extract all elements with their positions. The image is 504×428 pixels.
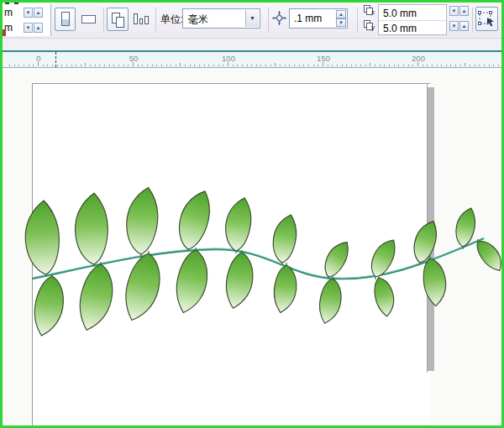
ruler-tick [18,65,19,66]
ruler-tick [493,65,494,66]
landscape-button[interactable] [77,10,100,29]
ruler-tick [194,65,195,66]
ruler-tick [489,65,490,66]
ruler-tick [380,65,381,66]
ruler-tick [138,65,139,66]
ruler-tick [233,65,234,66]
ruler-tick [337,65,338,66]
page-layout-button[interactable] [131,9,151,29]
vine-leaf [30,274,67,338]
ruler-tick [85,63,86,66]
ruler-tick [218,65,219,66]
duplicate-y-spin-down[interactable]: ▼ [449,21,459,31]
portrait-page-icon [61,12,70,26]
ruler-tick [90,65,91,66]
treat-as-filled-button[interactable] [475,7,498,31]
ruler-tick [76,65,76,66]
ruler-tick [365,65,366,66]
ruler-tick [251,65,252,66]
ruler-tick [308,65,309,66]
vine-illustration[interactable] [3,68,501,425]
ruler-tick [475,65,475,66]
portrait-button[interactable] [55,8,76,31]
ruler-tick [417,62,418,66]
nudge-field[interactable]: .1 mm ▲ ▼ [289,8,348,29]
landscape-page-icon [81,15,96,23]
nudge-spin-up[interactable]: ▲ [336,10,346,18]
vine-leaf [371,275,397,318]
ruler-label: 150 [317,54,330,63]
ruler-tick [180,63,181,66]
ruler-tick [423,65,423,66]
ruler-tick [123,65,124,66]
vine-leaf [75,193,108,265]
unit-dropdown[interactable]: 毫米 ▼ [182,8,260,29]
ruler-tick [52,65,53,66]
ruler-tick [9,65,10,66]
ruler-tick [142,65,143,66]
ruler-tick [370,63,370,66]
ruler-tick [81,65,81,66]
ruler-tick [109,65,110,66]
page-height-spin-up[interactable]: ▲ [34,23,43,33]
ruler-tick [318,65,318,66]
ruler-tick [171,65,171,66]
ruler-tick [280,65,281,66]
ruler-tick [213,65,214,66]
duplicate-x-spin-up[interactable]: ▲ [459,6,469,16]
ruler-tick [285,65,286,66]
duplicate-y-value[interactable]: 5.0 mm [383,23,417,34]
ruler-tick [152,65,153,66]
ruler-tick [61,65,62,66]
vine-leaf [317,277,344,325]
duplicate-x-icon: x [364,5,376,17]
ruler-tick [190,65,191,66]
ruler-tick [228,62,228,66]
page-width-spin-up[interactable]: ▲ [34,8,43,18]
nudge-spin-down[interactable]: ▼ [336,18,346,27]
page-height-spin-down[interactable]: ▼ [24,23,33,33]
page-width-unit: m [4,7,13,18]
ruler-tick [403,65,404,66]
duplicate-x-value[interactable]: 5.0 mm [383,8,417,19]
ruler-tick [384,65,385,66]
vine-leaf [172,248,212,316]
ruler-tick [71,65,72,66]
property-bar: m m ▼ ▲ ▼ ▲ 单位: [3,3,501,38]
ruler-tick [113,65,114,66]
drawing-canvas[interactable] [3,68,501,425]
vine-leaf [223,196,255,252]
application-window: m m ▼ ▲ ▼ ▲ 单位: [0,0,504,428]
ruler-tick [223,65,223,66]
ruler-tick [204,65,205,66]
ruler-tick [95,65,96,66]
ruler-tick [441,65,442,66]
ruler-tick [470,65,470,66]
ruler-tick [237,65,238,66]
ruler-tick [389,65,390,66]
ruler-tick [412,65,413,66]
vine-leaf [124,185,160,255]
ruler-tick [38,62,39,66]
ruler-tick [199,65,200,66]
ruler-tick [398,65,399,66]
duplicate-y-spin-up[interactable]: ▲ [459,21,469,31]
ruler-tick [270,65,271,66]
ruler-tick [455,65,456,66]
ruler-tick [294,65,295,66]
ruler-tick [313,65,314,66]
dropdown-arrow-icon[interactable]: ▼ [245,10,259,27]
ruler-tick [498,65,499,66]
layout-bars-icon [134,13,138,24]
toolbar-lower-strip [3,39,501,50]
page-width-spin-down[interactable]: ▼ [24,8,33,18]
ruler-tick [57,65,58,66]
ruler-tick [185,65,186,66]
all-pages-button[interactable] [107,8,129,31]
page-size-fields: m m ▼ ▲ ▼ ▲ [3,4,51,36]
ruler-tick [360,65,361,66]
crop-border [0,0,504,3]
cursor-position-line [55,52,56,67]
duplicate-x-spin-down[interactable]: ▼ [449,6,459,16]
vine-leaf [173,187,215,253]
